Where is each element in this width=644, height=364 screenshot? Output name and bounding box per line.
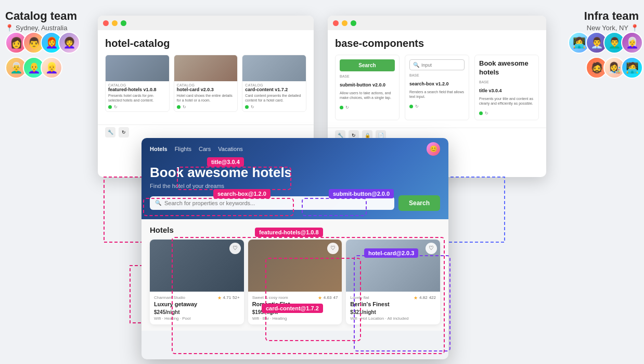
submit-button-type: BASE [340,74,395,78]
status-dot [108,105,112,109]
hotel-price-2: $195/night [252,309,338,315]
title-type: BASE [479,80,534,84]
hotel-card-body-2: Sweet & cosy room Romantic Flat ★ 4.63 4… [248,292,342,324]
featured-hotels-name: featured-hotels v1.0.8 [108,87,166,92]
card-content-card-info: CATALOG card-content v1.7.2 Card content… [242,81,306,111]
hero-title: Book awesome hotels [150,165,440,181]
location-pin-icon: 📍 [630,24,639,32]
favorite-button-1[interactable]: ♡ [229,243,241,254]
card-content-card: CATALOG card-content v1.7.2 Card content… [242,55,306,112]
refresh-icon: ↻ [251,105,254,109]
hotel-card-body-1: Charmant Studio Luxury getaway ★ 4.71 52… [150,292,244,324]
nav-flights[interactable]: Flights [175,146,191,152]
featured-hotels-card: CATALOG featured-hotels v1.0.8 Presents … [105,55,170,112]
hotel-amenities-3: Wifi · Hot Location · All included [350,316,436,321]
refresh-icon: ↻ [415,104,419,109]
base-components-title: base-components [335,37,539,49]
featured-hotels-desc: Presents hotel cards for pre-selected ho… [108,93,166,103]
hotel-catalog-titlebar [98,16,314,30]
hotel-card-item: ♡ Lovely flat Berlin's Finest ★ 4.82 422 [346,240,440,324]
hotel-meta-1: Charmant Studio Luxury getaway ★ 4.71 52… [154,295,240,308]
hotel-catalog-content: hotel-catalog CATALOG featured-hotels v1… [98,30,314,124]
avatar: 👩‍🦱 [58,32,80,54]
card-content-name: card-content v1.7.2 [245,87,303,92]
status-dot [177,105,181,109]
search-box-input[interactable] [421,62,461,68]
minimize-dot [112,20,118,26]
hotel-amenities-1: Wifi · Heating · Pool [154,316,240,321]
hotel-card-type: CATALOG [177,83,235,87]
hotel-rating-3: ★ 4.82 422 [414,295,436,300]
search-box-desc: Renders a search field that allows text … [409,90,465,99]
hotel-amenities-2: Wifi · Bar · Heating [252,316,338,321]
hotel-catalog-title: hotel-catalog [105,37,306,49]
nav-links: Hotels Flights Cars Vacations [150,146,243,152]
hero-content: Book awesome hotels Find the hotel of yo… [141,160,448,219]
card-content-preview-img [242,55,306,81]
status-dot [409,105,413,108]
nav-vacations[interactable]: Vacations [218,146,243,152]
submit-button-name: submit-button v2.0.0 [340,82,395,87]
hotel-card-preview-img [174,55,238,81]
hotels-section-title: Hotels [150,225,440,234]
catalog-team-label: Catalog team [5,9,77,23]
refresh-icon: ↻ [345,105,349,110]
catalog-team-avatars-row1: 👩 👨 👩‍🦰 👩‍🦱 [5,32,77,54]
hotel-type-3: Lovely flat Berlin's Finest [350,295,389,308]
hotel-meta-2: Sweet & cosy room Romantic Flat ★ 4.63 4… [252,295,338,308]
search-box-component: 🔍 BASE search-box v1.2.0 Renders a searc… [405,55,469,120]
hotel-catalog-footer: 🔧 ↻ [98,124,314,140]
hotel-card-card: CATALOG hotel-card v2.0.3 Hotel card sho… [174,55,238,112]
infra-team-label: Infra team [568,9,639,23]
refresh-icon: ↻ [114,105,118,109]
favorite-button-3[interactable]: ♡ [426,243,437,254]
hotel-card-img-2: ♡ [248,240,342,292]
hotel-meta-3: Lovely flat Berlin's Finest ★ 4.82 422 [350,295,436,308]
refresh-icon: ↻ [485,111,488,116]
hotel-card-img-1: ♡ [150,240,244,292]
search-icon: 🔍 [155,200,161,206]
app-body: Hotels ♡ Charmant Studio Luxury getaway … [141,219,448,331]
submit-button-preview[interactable]: Search [340,59,395,71]
refresh-icon: ↻ [183,105,186,109]
avatar: 👱‍♀️ [41,57,62,79]
search-button[interactable]: Search [398,195,440,211]
base-components-titlebar [328,16,546,30]
nav-cars[interactable]: Cars [199,146,211,152]
catalog-team-avatars-row2: 👨‍🦳 👩‍🦲 👱‍♀️ [5,57,77,79]
search-box-name: search-box v1.2.0 [409,81,465,86]
star-icon: ★ [318,295,322,300]
avatar: 🧑‍💻 [621,57,643,79]
featured-hotels-preview-img [106,55,169,81]
hotel-card-name: hotel-card v2.0.3 [177,87,235,92]
search-box-type: BASE [409,73,465,77]
app-hero-section: Hotels Flights Cars Vacations 😊 Book awe… [141,138,448,219]
base-components-content: base-components Search BASE submit-butto… [328,30,546,128]
search-box-footer: ↻ [409,104,465,109]
infra-team-location: New York, NY 📍 [568,24,639,32]
main-app-window: Hotels Flights Cars Vacations 😊 Book awe… [141,138,448,359]
infra-team-avatars-row2: 🧔 👩‍🎨 🧑‍💻 [568,57,639,79]
title-name: title v3.0.4 [479,88,534,93]
hotel-card-body-3: Lovely flat Berlin's Finest ★ 4.82 422 $… [346,292,440,324]
status-dot [479,111,483,115]
catalog-team-location: 📍 Sydney, Australia [5,24,77,32]
search-input[interactable] [164,200,389,206]
search-bar: 🔍 Search [150,195,440,211]
star-icon: ★ [217,295,222,300]
status-dot [245,105,249,109]
hotel-type-1: Charmant Studio Luxury getaway [154,295,197,308]
favorite-button-2[interactable]: ♡ [327,243,339,254]
infra-team: Infra team New York, NY 📍 👩‍💻 👨‍💼 👨‍🦱 👩‍… [568,9,639,82]
app-navigation: Hotels Flights Cars Vacations 😊 [141,138,448,160]
card-content-desc: Card content presents the detailed conte… [245,93,303,103]
hotel-rating-1: ★ 4.71 52+ [217,295,240,300]
featured-hotels-footer: ↻ [108,105,166,109]
nav-hotels[interactable]: Hotels [150,146,168,152]
featured-hotels-card-info: CATALOG featured-hotels v1.0.8 Presents … [106,81,169,111]
footer-icon-1: 🔧 [105,127,115,137]
title-desc: Presents your title and content as clear… [479,96,534,106]
catalog-cards-grid: CATALOG featured-hotels v1.0.8 Presents … [105,55,306,112]
footer-icon-2: ↻ [119,127,129,137]
user-avatar: 😊 [427,142,440,156]
